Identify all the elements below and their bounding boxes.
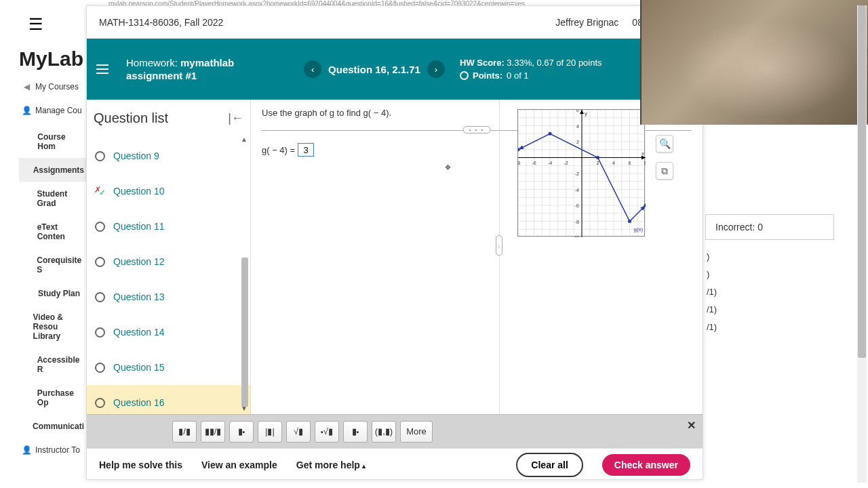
zoom-icon[interactable]: 🔍 [656,135,673,152]
svg-text:y: y [585,110,587,117]
question-list-item[interactable]: Question 10 [87,174,250,209]
nav-instructor[interactable]: 👤Instructor To [19,438,87,462]
popout-icon[interactable]: ⧉ [656,162,673,180]
svg-text:-6: -6 [575,203,579,208]
svg-text:-4: -4 [548,161,552,165]
question-list-label: Question 9 [113,150,159,161]
answer-input[interactable] [298,143,314,157]
clear-all-button[interactable]: Clear all [516,453,583,477]
svg-text:-2: -2 [564,161,568,165]
svg-text:4: 4 [576,124,579,129]
status-circle-icon [95,222,105,232]
nav-assignments[interactable]: Assignments [19,158,87,182]
question-list-item[interactable]: Question 13 [87,279,250,314]
graph-plot: -8-6-4-22468-10-8-6-4-2246xyg(x) [517,109,645,237]
nav-purchase[interactable]: Purchase Op [19,381,87,414]
svg-text:-6: -6 [532,161,536,165]
nav-student-grades[interactable]: Student Grad [19,182,87,215]
collapse-panel-icon[interactable]: |← [228,111,243,125]
answer-prefix: g( − 4) = [262,145,295,155]
question-panel: Use the graph of g to find g( − 4). • • … [251,100,703,414]
right-sidebar: Incorrect: 0 ))/1)/1)/1) [705,214,834,336]
resize-handle-icon[interactable]: ⋮ [496,235,502,256]
nth-root-button[interactable]: ▪√▮ [315,421,339,443]
scroll-down-icon[interactable]: ▼ [239,405,249,414]
question-list-item[interactable]: Question 14 [87,314,250,350]
nav-course-home[interactable]: Course Hom [19,125,87,158]
sqrt-button[interactable]: √▮ [286,421,311,443]
svg-text:x: x [642,150,644,157]
fraction-button[interactable]: ▮/▮ [172,421,197,443]
person-icon: 👤 [22,445,31,455]
incorrect-count: Incorrect: 0 [705,214,834,240]
nav-my-courses[interactable]: ◀My Courses [19,75,87,98]
assignment-header: Homework: mymathlab assignment #1 ‹ Ques… [87,39,703,100]
nav-etext[interactable]: eText Conten [19,215,87,248]
svg-text:2: 2 [576,140,579,144]
prev-question-button[interactable]: ‹ [304,60,321,78]
score-fragment: ) [707,248,834,266]
course-name: MATH-1314-86036, Fall 2022 [99,17,223,28]
bottom-bar: Help me solve this View an example Get m… [87,448,703,481]
nav-video-library[interactable]: Video & Resou Library [19,305,87,348]
svg-marker-37 [580,110,584,114]
status-circle-icon [95,363,105,373]
interval-button[interactable]: (▮,▮) [372,421,396,443]
svg-text:-8: -8 [518,161,520,165]
view-example-link[interactable]: View an example [201,460,277,470]
question-list-item[interactable]: Question 9 [87,138,250,174]
nav-communication[interactable]: Communicati [19,414,87,438]
partial-credit-icon [95,186,105,197]
main-panel: MATH-1314-86036, Fall 2022 Jeffrey Brign… [86,5,703,480]
panel-menu-icon[interactable] [96,60,115,79]
question-list-label: Question 16 [113,397,165,408]
subscript-button[interactable]: ▮▪ [343,421,368,443]
question-list-item[interactable]: Question 12 [87,244,250,279]
question-list-item[interactable]: Question 16 [87,385,250,414]
close-toolbar-icon[interactable]: ✕ [687,419,696,432]
webcam-overlay [640,0,868,125]
score-fragment: /1) [707,301,834,319]
next-question-button[interactable]: › [427,60,445,78]
mixed-fraction-button[interactable]: ▮▮/▮ [201,421,225,443]
help-solve-link[interactable]: Help me solve this [99,460,182,470]
exponent-button[interactable]: ▮▪ [229,421,254,443]
question-list-item[interactable]: Question 15 [87,350,250,385]
svg-text:8: 8 [644,161,646,165]
question-list-label: Question 10 [113,186,165,197]
nav-accessible[interactable]: Accessible R [19,348,87,381]
divider-handle-icon[interactable]: • • • [463,126,491,134]
svg-text:-4: -4 [575,188,579,192]
svg-text:4: 4 [612,161,615,165]
status-circle-icon [95,292,105,302]
svg-point-58 [596,156,599,159]
menu-icon[interactable]: ☰ [28,15,43,34]
nav-study-plan[interactable]: Study Plan [19,281,87,305]
score-fragment: ) [707,266,834,283]
page-scrollbar-thumb[interactable] [858,5,866,358]
question-list-title: Question list [94,110,168,126]
nav-corequisite[interactable]: Corequisite S [19,248,87,281]
url-bar: mylab.pearson.com/Student/PlayerHomework… [88,0,525,5]
homework-title: Homework: mymathlab assignment #1 [126,56,289,83]
person-icon: 👤 [22,106,31,115]
scroll-up-icon[interactable]: ▲ [239,136,249,145]
question-list-label: Question 13 [113,291,165,302]
question-list-item[interactable]: Question 11 [87,209,250,244]
svg-text:-8: -8 [575,220,579,224]
check-answer-button[interactable]: Check answer [602,454,690,476]
graph-panel: ⋮ -8-6-4-22468-10-8-6-4-2246xyg(x) 🔍 ⧉ [499,100,703,414]
page-scrollbar-track[interactable] [857,5,867,483]
svg-text:6: 6 [576,110,579,113]
absolute-value-button[interactable]: |▮| [258,421,282,443]
question-label: Question 16, 2.1.71 [328,64,420,75]
scrollbar-thumb[interactable] [241,258,248,407]
more-help-link[interactable]: Get more help [296,460,366,470]
course-bar: MATH-1314-86036, Fall 2022 Jeffrey Brign… [87,6,703,39]
question-list-label: Question 11 [113,221,165,232]
status-circle-icon [95,398,105,408]
svg-text:-2: -2 [575,171,579,176]
more-button[interactable]: More [400,421,433,443]
svg-text:2: 2 [597,161,599,165]
nav-manage-course[interactable]: 👤Manage Cou [19,98,87,122]
